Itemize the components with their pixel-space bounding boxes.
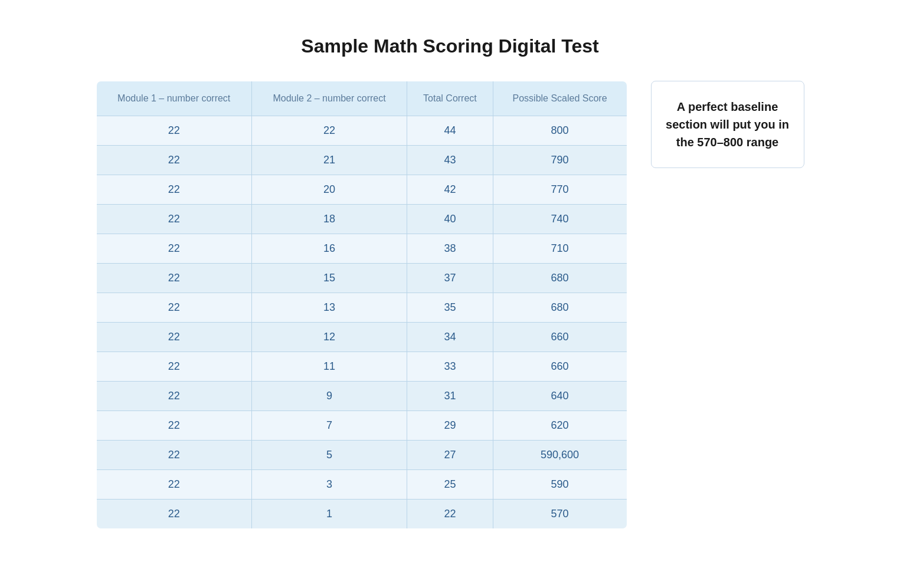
table-cell: 21 <box>251 146 407 175</box>
table-cell: 620 <box>493 411 627 441</box>
table-cell: 570 <box>493 500 627 529</box>
table-cell: 22 <box>407 500 493 529</box>
table-row: 221537680 <box>96 264 627 293</box>
sidebar-note: A perfect baseline section will put you … <box>651 81 804 168</box>
table-cell: 40 <box>407 205 493 234</box>
table-cell: 33 <box>407 352 493 382</box>
table-cell: 3 <box>251 470 407 500</box>
content-area: Module 1 – number correctModule 2 – numb… <box>96 81 804 529</box>
table-cell: 680 <box>493 293 627 323</box>
table-cell: 44 <box>407 116 493 146</box>
table-row: 221133660 <box>96 352 627 382</box>
table-cell: 15 <box>251 264 407 293</box>
table-row: 221335680 <box>96 293 627 323</box>
table-cell: 22 <box>96 411 251 441</box>
table-row: 222143790 <box>96 146 627 175</box>
column-header: Possible Scaled Score <box>493 81 627 116</box>
scoring-table: Module 1 – number correctModule 2 – numb… <box>96 81 627 529</box>
table-cell: 22 <box>96 175 251 205</box>
table-cell: 22 <box>96 470 251 500</box>
table-cell: 29 <box>407 411 493 441</box>
table-cell: 22 <box>96 500 251 529</box>
table-cell: 22 <box>96 441 251 470</box>
table-cell: 590 <box>493 470 627 500</box>
table-row: 22729620 <box>96 411 627 441</box>
header-row: Module 1 – number correctModule 2 – numb… <box>96 81 627 116</box>
table-cell: 22 <box>96 146 251 175</box>
table-cell: 25 <box>407 470 493 500</box>
table-cell: 31 <box>407 382 493 411</box>
table-cell: 22 <box>96 264 251 293</box>
table-cell: 660 <box>493 323 627 352</box>
table-cell: 42 <box>407 175 493 205</box>
table-cell: 22 <box>96 293 251 323</box>
table-cell: 37 <box>407 264 493 293</box>
table-cell: 35 <box>407 293 493 323</box>
column-header: Module 2 – number correct <box>251 81 407 116</box>
table-cell: 38 <box>407 234 493 264</box>
table-cell: 9 <box>251 382 407 411</box>
table-cell: 16 <box>251 234 407 264</box>
table-row: 221638710 <box>96 234 627 264</box>
table-cell: 640 <box>493 382 627 411</box>
table-row: 222042770 <box>96 175 627 205</box>
table-cell: 590,600 <box>493 441 627 470</box>
table-container: Module 1 – number correctModule 2 – numb… <box>96 81 627 529</box>
page-title: Sample Math Scoring Digital Test <box>301 35 598 57</box>
table-row: 22527590,600 <box>96 441 627 470</box>
table-cell: 790 <box>493 146 627 175</box>
table-row: 22122570 <box>96 500 627 529</box>
column-header: Module 1 – number correct <box>96 81 251 116</box>
table-row: 221840740 <box>96 205 627 234</box>
table-cell: 740 <box>493 205 627 234</box>
table-row: 222244800 <box>96 116 627 146</box>
table-cell: 22 <box>96 323 251 352</box>
column-header: Total Correct <box>407 81 493 116</box>
table-cell: 5 <box>251 441 407 470</box>
table-cell: 22 <box>251 116 407 146</box>
table-cell: 680 <box>493 264 627 293</box>
table-cell: 1 <box>251 500 407 529</box>
table-row: 221234660 <box>96 323 627 352</box>
table-cell: 22 <box>96 116 251 146</box>
table-cell: 22 <box>96 205 251 234</box>
table-cell: 12 <box>251 323 407 352</box>
table-cell: 7 <box>251 411 407 441</box>
table-cell: 43 <box>407 146 493 175</box>
table-cell: 20 <box>251 175 407 205</box>
table-header: Module 1 – number correctModule 2 – numb… <box>96 81 627 116</box>
table-cell: 770 <box>493 175 627 205</box>
table-cell: 11 <box>251 352 407 382</box>
table-cell: 18 <box>251 205 407 234</box>
table-cell: 27 <box>407 441 493 470</box>
table-cell: 22 <box>96 382 251 411</box>
table-cell: 22 <box>96 234 251 264</box>
table-cell: 800 <box>493 116 627 146</box>
table-cell: 22 <box>96 352 251 382</box>
table-cell: 13 <box>251 293 407 323</box>
table-cell: 710 <box>493 234 627 264</box>
table-row: 22325590 <box>96 470 627 500</box>
table-body: 2222448002221437902220427702218407402216… <box>96 116 627 529</box>
table-cell: 660 <box>493 352 627 382</box>
table-row: 22931640 <box>96 382 627 411</box>
table-cell: 34 <box>407 323 493 352</box>
